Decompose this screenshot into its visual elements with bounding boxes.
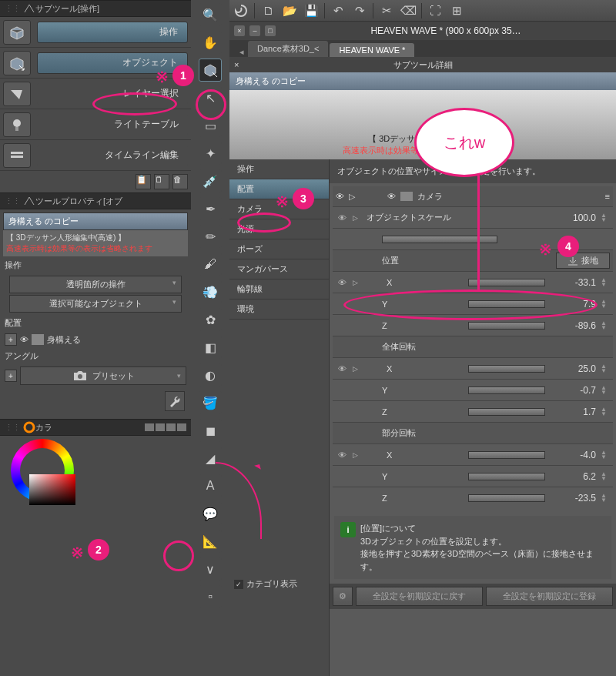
category-show-check[interactable]: ✓ カテゴリ表示: [229, 574, 329, 594]
spinner-icon[interactable]: ▲▼: [601, 278, 610, 287]
chevron-right-icon[interactable]: ▷: [353, 214, 362, 222]
checkbox-icon[interactable]: ✓: [234, 580, 243, 589]
eye-icon[interactable]: 👁: [336, 213, 348, 223]
eye-icon[interactable]: 👁: [20, 335, 28, 344]
sv-box[interactable]: [29, 474, 75, 505]
spinner-icon[interactable]: ▲▼: [601, 213, 610, 223]
spinner-icon[interactable]: ▲▼: [601, 407, 610, 417]
minimize-icon[interactable]: –: [249, 25, 260, 36]
clipboard-icon[interactable]: 📋: [136, 174, 151, 189]
redo-icon[interactable]: ↷: [351, 2, 368, 19]
cat-operation[interactable]: 操作: [229, 159, 329, 179]
slider[interactable]: [468, 322, 545, 330]
cat-outline[interactable]: 輪郭線: [229, 279, 329, 300]
tool-hand[interactable]: ✋: [199, 31, 222, 54]
pen-icon: [23, 196, 35, 206]
rotpart-y[interactable]: 6.2: [550, 471, 596, 482]
snap-icon[interactable]: ⊞: [448, 2, 465, 19]
preset-field[interactable]: プリセット: [20, 366, 186, 385]
rotpart-x[interactable]: -4.0: [550, 450, 596, 460]
spinner-icon[interactable]: ▲▼: [601, 300, 610, 309]
maximize-icon[interactable]: □: [265, 25, 276, 36]
tool-zoom[interactable]: 🔍: [199, 3, 222, 26]
rotall-y[interactable]: -0.7: [550, 385, 596, 396]
tool-pencil[interactable]: ✏: [199, 225, 222, 248]
delete-icon[interactable]: ⌫: [400, 2, 417, 19]
tool-wand[interactable]: ✦: [199, 142, 222, 165]
spinner-icon[interactable]: ▲▼: [601, 321, 610, 330]
slider[interactable]: [468, 451, 545, 459]
cut-icon[interactable]: ✂: [378, 2, 395, 19]
menu-icon[interactable]: ≡: [605, 192, 610, 201]
tool-pen[interactable]: ✒: [199, 197, 222, 220]
color-tab[interactable]: [177, 423, 186, 431]
tool-blend[interactable]: ◐: [199, 363, 222, 387]
rotall-x[interactable]: 25.0: [550, 363, 596, 374]
tool-eraser[interactable]: ◧: [199, 336, 222, 359]
slider[interactable]: [468, 387, 545, 394]
rotall-z[interactable]: 1.7: [550, 407, 596, 417]
spinner-icon[interactable]: ▲▼: [601, 494, 610, 503]
tool-gradient[interactable]: ◼: [199, 419, 222, 442]
spinner-icon[interactable]: ▲▼: [601, 472, 610, 481]
tool-brush[interactable]: 🖌: [199, 253, 222, 276]
color-tab[interactable]: [166, 423, 176, 431]
cat-environment[interactable]: 環境: [229, 300, 329, 320]
tool-line[interactable]: ∨: [199, 557, 222, 581]
pos-x[interactable]: -33.1: [550, 277, 596, 288]
expand-icon[interactable]: +: [5, 370, 17, 382]
slider[interactable]: [468, 279, 545, 286]
save-defaults-button[interactable]: 全設定を初期設定に登録: [486, 587, 613, 606]
cat-manga-perspective[interactable]: マンガパース: [229, 259, 329, 279]
close-icon[interactable]: ×: [234, 60, 239, 69]
undo-icon[interactable]: ↶: [330, 2, 346, 19]
cat-pose[interactable]: ポーズ: [229, 239, 329, 259]
slider[interactable]: [468, 365, 545, 373]
close-icon[interactable]: ×: [234, 25, 245, 36]
tool-fill[interactable]: 🪣: [199, 391, 222, 414]
spinner-icon[interactable]: ▲▼: [601, 364, 610, 373]
color-tab[interactable]: [156, 423, 165, 431]
open-icon[interactable]: 📂: [281, 2, 298, 19]
tab-heaven-wave[interactable]: HEAVEN WAVE *: [330, 43, 414, 57]
camera-header[interactable]: 👁 ▷ 👁 カメラ ≡: [333, 186, 613, 206]
subtool-light-table[interactable]: ライトテーブル: [0, 109, 191, 140]
save-icon[interactable]: 💾: [303, 2, 320, 19]
expand-icon[interactable]: +: [5, 333, 17, 346]
slider[interactable]: [468, 408, 545, 416]
zoom-fit-icon[interactable]: ⛶: [427, 2, 444, 19]
tool-deco[interactable]: ✿: [199, 308, 222, 331]
scale-value[interactable]: 100.0: [550, 213, 596, 223]
eye-icon[interactable]: 👁: [336, 192, 344, 201]
field-transparent-op[interactable]: 透明箇所の操作: [9, 276, 182, 293]
eye-icon[interactable]: 👁: [387, 192, 396, 201]
tool-object[interactable]: [199, 59, 222, 82]
subtool-timeline[interactable]: タイムライン編集: [0, 140, 191, 171]
trash-icon[interactable]: 🗑: [172, 174, 188, 189]
pos-z[interactable]: -89.6: [550, 320, 596, 331]
swirl-icon[interactable]: [233, 2, 249, 19]
copy-name: 身構える のコピー: [3, 213, 188, 230]
tab-dance[interactable]: Dance素材3D_<: [248, 41, 328, 57]
tool-dot[interactable]: ▫: [199, 585, 222, 608]
slider[interactable]: [468, 473, 545, 480]
field-selectable-obj[interactable]: 選択可能なオブジェクト: [9, 295, 182, 313]
subtool-operation[interactable]: 操作: [0, 17, 191, 48]
reset-defaults-button[interactable]: 全設定を初期設定に戻す: [356, 587, 483, 606]
color-panel[interactable]: [0, 436, 191, 513]
tab-scroll-left-icon[interactable]: ◂: [236, 47, 248, 57]
rotpart-z[interactable]: -23.5: [550, 493, 596, 504]
new-file-icon[interactable]: 🗋: [259, 2, 276, 19]
spinner-icon[interactable]: ▲▼: [601, 386, 610, 395]
color-tab[interactable]: [145, 423, 154, 431]
settings-gear-icon[interactable]: ⚙: [333, 587, 353, 606]
info-title: [位置]について: [360, 522, 605, 535]
tool-eyedropper[interactable]: 💉: [199, 169, 222, 192]
note-icon[interactable]: 🗒: [154, 174, 169, 189]
tool-airbrush[interactable]: 💨: [199, 280, 222, 303]
wrench-button[interactable]: [165, 391, 185, 411]
spinner-icon[interactable]: ▲▼: [601, 450, 610, 460]
scale-slider[interactable]: [382, 236, 497, 243]
slider[interactable]: [468, 494, 545, 502]
chevron-right-icon[interactable]: ▷: [349, 192, 355, 202]
